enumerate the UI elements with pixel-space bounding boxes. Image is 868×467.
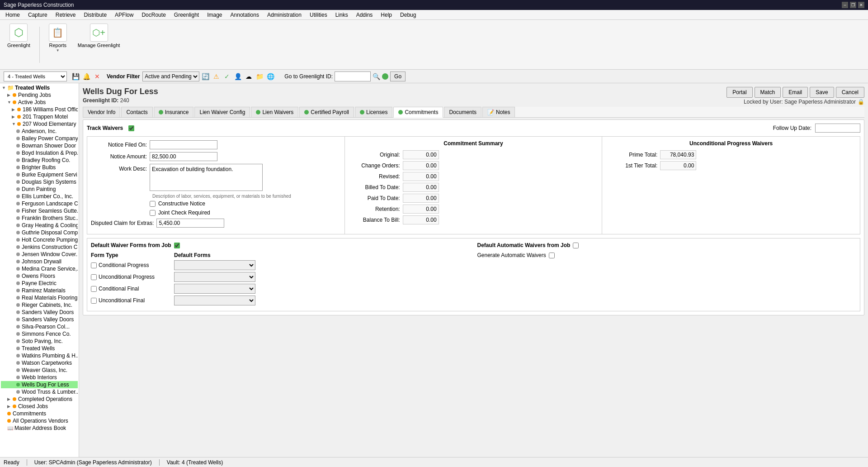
list-item[interactable]: Watkins Plumbing & H...: [1, 352, 78, 359]
match-button[interactable]: Match: [755, 87, 781, 98]
list-item[interactable]: Ferguson Landscape C...: [1, 200, 78, 207]
menu-links[interactable]: Links: [332, 11, 352, 19]
sidebar-wells-dug[interactable]: Wells Dug For Less: [1, 381, 78, 388]
list-item[interactable]: Treated Wells: [1, 345, 78, 352]
prime-total-input[interactable]: [660, 150, 696, 159]
default-waiver-checkbox[interactable]: [174, 243, 180, 248]
sidebar-job-207[interactable]: ▼ 207 Wood Elementary Sch...: [1, 120, 78, 128]
menu-help[interactable]: Help: [377, 11, 396, 19]
cond-final-checkbox[interactable]: [91, 286, 97, 292]
cond-progress-select[interactable]: [174, 260, 255, 270]
greenlight-icon[interactable]: ⬡: [9, 24, 28, 42]
list-item[interactable]: Sanders Valley Doors: [1, 316, 78, 323]
retention-input[interactable]: [403, 205, 439, 214]
sidebar-closed-jobs[interactable]: ▶ Closed Jobs: [1, 403, 78, 410]
close-button[interactable]: ✕: [858, 2, 864, 8]
go-button[interactable]: Go: [390, 71, 406, 81]
uncond-progress-select[interactable]: [174, 272, 255, 282]
toolbar-reports[interactable]: 📋 Reports ▼: [45, 22, 71, 54]
billed-to-date-input[interactable]: [403, 183, 439, 192]
notice-amount-input[interactable]: [150, 152, 217, 161]
list-item[interactable]: Soto Paving, Inc.: [1, 338, 78, 345]
work-desc-textarea[interactable]: Excavation of building foundation.: [150, 164, 263, 191]
toolbar-greenlight[interactable]: ⬡ Greenlight: [4, 22, 34, 50]
list-item[interactable]: Rieger Cabinets, Inc.: [1, 301, 78, 309]
track-waivers-checkbox[interactable]: [128, 125, 134, 131]
email-button[interactable]: Email: [783, 87, 808, 98]
list-item[interactable]: Brighter Bulbs: [1, 164, 78, 171]
tab-documents[interactable]: Documents: [444, 107, 481, 117]
sidebar-job-201[interactable]: ▶ 201 Trappen Motel: [1, 113, 78, 120]
tab-lien-config[interactable]: Lien Waiver Config: [194, 107, 250, 117]
list-item[interactable]: Ramirez Materials: [1, 287, 78, 294]
default-auto-checkbox[interactable]: [573, 243, 579, 248]
list-item[interactable]: Medina Crane Service,...: [1, 265, 78, 272]
menu-utilities[interactable]: Utilities: [306, 11, 331, 19]
user-icon[interactable]: 👤: [233, 71, 243, 81]
save-button[interactable]: Save: [810, 87, 834, 98]
list-item[interactable]: Franklin Brothers Stuc...: [1, 214, 78, 222]
cond-progress-checkbox[interactable]: [91, 262, 97, 268]
menu-annotations[interactable]: Annotations: [227, 11, 263, 19]
menu-docroute[interactable]: DocRoute: [138, 11, 169, 19]
sidebar-active-jobs[interactable]: ▼ Active Jobs: [1, 99, 78, 106]
filter-select[interactable]: Active and Pending: [142, 71, 199, 81]
list-item[interactable]: Holt Concrete Pumping: [1, 236, 78, 243]
list-item[interactable]: Jenkins Construction C...: [1, 243, 78, 251]
list-item[interactable]: Weaver Glass, Inc.: [1, 367, 78, 374]
sidebar-job-186[interactable]: ▶ 186 Williams Post Office: [1, 106, 78, 113]
sidebar-root[interactable]: ▼ 📁 Treated Wells: [1, 84, 78, 91]
menu-debug[interactable]: Debug: [396, 11, 420, 19]
alert-icon[interactable]: 🔔: [81, 71, 91, 81]
tier1-total-input[interactable]: [660, 161, 696, 170]
notice-filed-input[interactable]: [150, 140, 217, 149]
constructive-notice-checkbox[interactable]: [150, 201, 156, 207]
menu-image[interactable]: Image: [203, 11, 226, 19]
list-item[interactable]: Anderson, Inc.: [1, 128, 78, 135]
list-item[interactable]: Simmons Fence Co.: [1, 330, 78, 338]
reports-icon[interactable]: 📋: [49, 24, 67, 42]
sidebar-all-ops[interactable]: All Operations Vendors: [1, 417, 78, 424]
tab-lien-waivers[interactable]: Lien Waivers: [251, 107, 298, 117]
list-item[interactable]: Watson Carpetworks: [1, 359, 78, 367]
uncond-progress-checkbox[interactable]: [91, 274, 97, 280]
menu-apflow[interactable]: APFlow: [111, 11, 137, 19]
menu-home[interactable]: Home: [2, 11, 24, 19]
paid-to-date-input[interactable]: [403, 194, 439, 203]
search-icon[interactable]: 🔍: [373, 73, 380, 80]
vault-select[interactable]: 4 - Treated Wells: [4, 71, 67, 81]
joint-check-checkbox[interactable]: [150, 210, 156, 216]
list-item[interactable]: Silva-Pearson Col...: [1, 323, 78, 330]
list-item[interactable]: Bowman Shower Door |: [1, 142, 78, 149]
uncond-final-checkbox[interactable]: [91, 298, 97, 304]
refresh-icon[interactable]: 🔄: [200, 71, 210, 81]
tab-contacts[interactable]: Contacts: [121, 107, 152, 117]
list-item[interactable]: Gray Heating & Cooling: [1, 222, 78, 229]
restore-button[interactable]: ❐: [850, 2, 856, 8]
tab-licenses[interactable]: Licenses: [355, 107, 392, 117]
list-item[interactable]: Boyd Insulation & Prep...: [1, 149, 78, 157]
tab-insurance[interactable]: Insurance: [154, 107, 194, 117]
follow-up-date-input[interactable]: [815, 124, 860, 133]
list-item[interactable]: Guthrie Disposal Comp...: [1, 229, 78, 236]
list-item[interactable]: Johnson Drywall: [1, 258, 78, 265]
tab-commitments[interactable]: Commitments: [393, 107, 443, 118]
disputed-claim-input[interactable]: [156, 219, 224, 228]
change-orders-input[interactable]: [403, 161, 439, 170]
manage-icon[interactable]: ⬡+: [90, 24, 108, 42]
menu-capture[interactable]: Capture: [24, 11, 51, 19]
sidebar-pending-jobs[interactable]: ▶ Pending Jobs: [1, 91, 78, 99]
list-item[interactable]: Payne Electric: [1, 280, 78, 287]
menu-addins[interactable]: Addins: [353, 11, 377, 19]
menu-retrieve[interactable]: Retrieve: [52, 11, 80, 19]
menu-administration[interactable]: Administration: [264, 11, 305, 19]
list-item[interactable]: Jensen Window Cover...: [1, 251, 78, 258]
tab-certified-payroll[interactable]: Certified Payroll: [299, 107, 354, 117]
cancel-button[interactable]: Cancel: [836, 87, 864, 98]
balance-to-bill-input[interactable]: [403, 215, 439, 224]
menu-greenlight[interactable]: Greenlight: [170, 11, 203, 19]
list-item[interactable]: Webb Interiors: [1, 374, 78, 381]
list-item[interactable]: Owens Floors: [1, 272, 78, 280]
sidebar-master-address[interactable]: 📖 Master Address Book: [1, 424, 78, 432]
sidebar-commitments[interactable]: Commitments: [1, 410, 78, 417]
